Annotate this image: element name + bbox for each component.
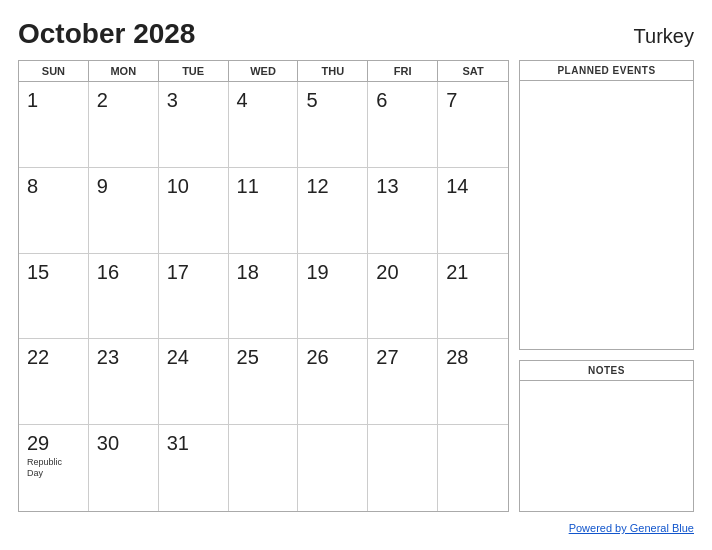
empty-cell	[368, 425, 438, 511]
calendar-cell: 25	[229, 339, 299, 425]
calendar-cell: 18	[229, 254, 299, 340]
powered-by-link[interactable]: Powered by General Blue	[569, 522, 694, 534]
notes-content	[520, 381, 693, 511]
day-number: 23	[97, 345, 150, 369]
day-number: 14	[446, 174, 500, 198]
calendar-cell: 1	[19, 82, 89, 168]
day-number: 26	[306, 345, 359, 369]
day-number: 8	[27, 174, 80, 198]
calendar-cell: 5	[298, 82, 368, 168]
empty-cell	[298, 425, 368, 511]
day-number: 7	[446, 88, 500, 112]
day-header: FRI	[368, 61, 438, 81]
event-label: Republic Day	[27, 457, 80, 479]
notes-title: NOTES	[520, 361, 693, 381]
notes-box: NOTES	[519, 360, 694, 512]
day-number: 12	[306, 174, 359, 198]
page: October 2028 Turkey SUNMONTUEWEDTHUFRISA…	[0, 0, 712, 550]
day-header: WED	[229, 61, 299, 81]
day-number: 27	[376, 345, 429, 369]
calendar-cell: 14	[438, 168, 508, 254]
month-title: October 2028	[18, 18, 195, 50]
day-number: 30	[97, 431, 150, 455]
day-number: 16	[97, 260, 150, 284]
calendar-cell: 2	[89, 82, 159, 168]
calendar-cell: 7	[438, 82, 508, 168]
day-header: SUN	[19, 61, 89, 81]
day-header: THU	[298, 61, 368, 81]
header: October 2028 Turkey	[18, 18, 694, 50]
day-header: MON	[89, 61, 159, 81]
empty-cell	[229, 425, 299, 511]
empty-cell	[438, 425, 508, 511]
planned-events-title: PLANNED EVENTS	[520, 61, 693, 81]
day-number: 25	[237, 345, 290, 369]
day-number: 3	[167, 88, 220, 112]
day-number: 28	[446, 345, 500, 369]
day-number: 17	[167, 260, 220, 284]
day-number: 6	[376, 88, 429, 112]
calendar-cell: 21	[438, 254, 508, 340]
sidebar: PLANNED EVENTS NOTES	[519, 60, 694, 512]
calendar-cell: 15	[19, 254, 89, 340]
calendar-cell: 3	[159, 82, 229, 168]
calendar-cell: 23	[89, 339, 159, 425]
calendar-cell: 11	[229, 168, 299, 254]
day-number: 19	[306, 260, 359, 284]
footer: Powered by General Blue	[18, 518, 694, 536]
day-header: SAT	[438, 61, 508, 81]
day-number: 2	[97, 88, 150, 112]
calendar-cell: 20	[368, 254, 438, 340]
day-number: 31	[167, 431, 220, 455]
calendar-cell: 8	[19, 168, 89, 254]
calendar-grid: 1234567891011121314151617181920212223242…	[19, 82, 508, 511]
calendar-cell: 19	[298, 254, 368, 340]
calendar-cell: 12	[298, 168, 368, 254]
day-number: 4	[237, 88, 290, 112]
calendar-cell: 4	[229, 82, 299, 168]
calendar-cell: 22	[19, 339, 89, 425]
day-number: 9	[97, 174, 150, 198]
calendar-cell: 6	[368, 82, 438, 168]
day-number: 22	[27, 345, 80, 369]
main-content: SUNMONTUEWEDTHUFRISAT 123456789101112131…	[18, 60, 694, 512]
day-number: 18	[237, 260, 290, 284]
calendar-cell: 31	[159, 425, 229, 511]
day-number: 15	[27, 260, 80, 284]
day-number: 1	[27, 88, 80, 112]
calendar-cell: 27	[368, 339, 438, 425]
calendar-cell: 26	[298, 339, 368, 425]
day-number: 13	[376, 174, 429, 198]
day-number: 24	[167, 345, 220, 369]
calendar-cell: 9	[89, 168, 159, 254]
day-number: 20	[376, 260, 429, 284]
planned-events-box: PLANNED EVENTS	[519, 60, 694, 350]
calendar-cell: 10	[159, 168, 229, 254]
calendar-cell: 13	[368, 168, 438, 254]
day-number: 21	[446, 260, 500, 284]
country-title: Turkey	[634, 25, 694, 48]
day-number: 10	[167, 174, 220, 198]
calendar-cell: 17	[159, 254, 229, 340]
day-headers: SUNMONTUEWEDTHUFRISAT	[19, 61, 508, 82]
calendar-cell: 16	[89, 254, 159, 340]
calendar-section: SUNMONTUEWEDTHUFRISAT 123456789101112131…	[18, 60, 509, 512]
day-number: 11	[237, 174, 290, 198]
planned-events-content	[520, 81, 693, 349]
calendar-cell: 24	[159, 339, 229, 425]
day-number: 5	[306, 88, 359, 112]
day-number: 29	[27, 431, 80, 455]
calendar-cell: 28	[438, 339, 508, 425]
calendar-cell: 29Republic Day	[19, 425, 89, 511]
day-header: TUE	[159, 61, 229, 81]
calendar-cell: 30	[89, 425, 159, 511]
